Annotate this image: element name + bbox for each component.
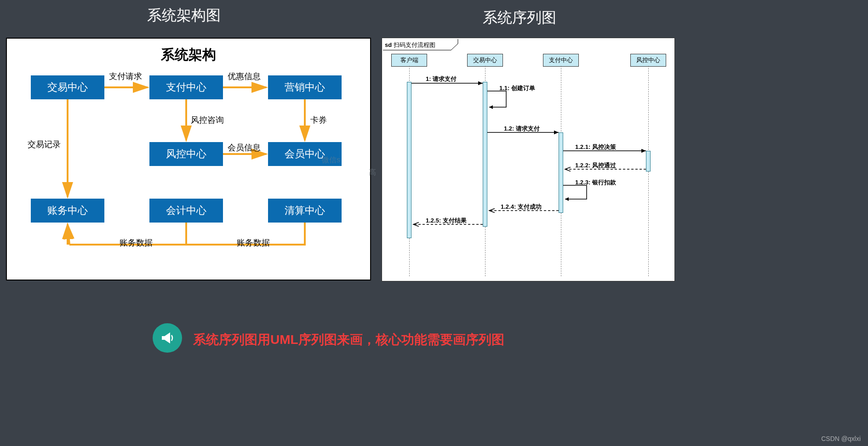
callout-text: 系统序列图用UML序列图来画，核心功能需要画序列图: [193, 331, 504, 349]
msg-1-2-3: 1.2.3: 银行扣款: [575, 178, 616, 187]
label-discount: 优惠信息: [228, 71, 261, 82]
msg-1-2: 1.2: 请求支付: [504, 125, 540, 133]
msg-1-2-1: 1.2.1: 风控决策: [575, 143, 616, 151]
label-account-data-2: 账务数据: [237, 237, 270, 248]
callout-part-b: UML: [270, 332, 298, 347]
left-title: 系统架构图: [147, 6, 221, 26]
watermark: CSDN @qxlxi: [821, 435, 861, 442]
megaphone-icon: [153, 323, 182, 353]
callout-part-a: 系统序列图用: [193, 332, 270, 347]
msg-1-2-5: 1.2.5: 支付结果: [426, 217, 467, 225]
label-trade-record: 交易记录: [28, 139, 61, 150]
ghost-line-1: 微信s: [322, 155, 340, 165]
msg-1: 1: 请求支付: [426, 75, 457, 83]
callout-part-c: 序列图来画，核心功能需要画序列图: [298, 332, 504, 347]
label-pay-request: 支付请求: [109, 71, 142, 82]
right-title: 系统序列图: [483, 8, 556, 28]
msg-1-1: 1.1: 创建订单: [499, 84, 535, 92]
label-member-info: 会员信息: [228, 142, 261, 153]
msg-1-2-4: 1.2.4: 支付成功: [501, 203, 542, 211]
label-account-data-1: 账务数据: [120, 237, 153, 248]
architecture-panel: 系统架构 交易中心 支付中心 营销中心 风控中心 会员中心 账务中心 会计中心 …: [6, 38, 371, 280]
sequence-panel: sd 扫码支付流程图 客户端 交易中心 支付中心 风控中心: [382, 38, 675, 281]
label-card-coupon: 卡券: [310, 114, 327, 126]
architecture-arrows: [7, 39, 372, 281]
ghost-line-2: 高: [369, 168, 376, 177]
label-risk-consult: 风控咨询: [191, 114, 224, 126]
msg-1-2-2: 1.2.2: 风控通过: [575, 161, 616, 170]
